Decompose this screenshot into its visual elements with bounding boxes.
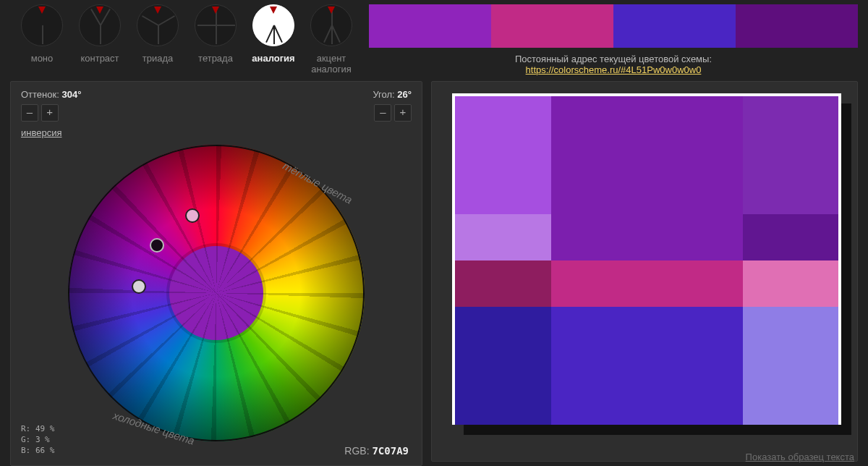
color-wheel[interactable]: тёплые цвета холодные цвета [68,145,365,441]
palette-swatch[interactable] [551,307,743,425]
scheme-tab-tetrad[interactable]: тетрада [187,4,244,75]
permalink-label: Постоянный адрес текущей цветовой схемы: [369,54,858,64]
preview-swatch[interactable] [369,4,491,48]
preview-swatch[interactable] [736,4,858,48]
palette-grid [455,96,838,425]
angle-plus-button[interactable]: + [394,104,412,122]
angle-minus-button[interactable]: – [374,104,391,122]
palette-swatch[interactable] [551,260,743,307]
hue-label: Оттенок: [21,89,59,100]
color-wheel-panel: Оттенок: 304° – + инверсия Угол: 26° – + [10,81,422,466]
palette-swatch[interactable] [551,96,743,214]
scheme-tab-label: контраст [80,54,119,64]
palette-swatch[interactable] [455,307,551,425]
hue-value: 304° [61,89,81,100]
scheme-tab-analog[interactable]: аналогия [244,4,302,75]
scheme-tab-accent[interactable]: акцентаналогия [302,4,360,75]
palette-swatch[interactable] [551,214,743,260]
angle-value: 26° [397,89,412,100]
scheme-tab-mono[interactable]: моно [13,4,71,75]
hue-plus-button[interactable]: + [41,104,59,122]
hue-minus-button[interactable]: – [21,104,38,122]
inversion-link[interactable]: инверсия [21,127,61,138]
rgb-percent: R: 49 % G: 3 % B: 66 % [21,424,54,457]
angle-control: Угол: 26° – + [373,89,412,138]
rgb-hex: RGB: 7C07A9 [344,445,409,457]
hue-control: Оттенок: 304° – + инверсия [21,89,81,138]
show-text-sample-link[interactable]: Показать образец текста [746,452,854,462]
preview-swatch[interactable] [613,4,736,48]
palette-swatch[interactable] [455,96,551,214]
scheme-tab-label: моно [31,54,54,64]
palette-swatch[interactable] [455,214,551,260]
palette-swatch[interactable] [455,260,551,307]
palette-swatch[interactable] [743,307,839,425]
scheme-tab-contrast[interactable]: контраст [71,4,129,75]
palette-panel: Показать образец текста [431,81,858,462]
scheme-tab-label: триада [142,54,174,64]
palette-swatch[interactable] [743,260,839,307]
palette-swatch[interactable] [743,214,839,260]
preview-swatch[interactable] [491,4,613,48]
wheel-hub [169,246,263,340]
scheme-tab-label: тетрада [198,54,233,64]
wheel-handle[interactable] [150,238,164,253]
scheme-tab-triad[interactable]: триада [129,4,187,75]
scheme-tab-label: акцентаналогия [311,54,352,75]
angle-label: Угол: [373,89,394,100]
permalink[interactable]: https://colorscheme.ru/#4L51Pw0w0w0w0 [526,64,702,75]
palette-swatch[interactable] [743,96,839,214]
scheme-tab-label: аналогия [252,54,294,64]
wheel-handle[interactable] [185,208,200,223]
wheel-handle[interactable] [132,279,146,294]
scheme-tabs: моноконтрасттриадатетрадааналогияакцента… [13,4,360,75]
preview-strip [369,4,858,48]
